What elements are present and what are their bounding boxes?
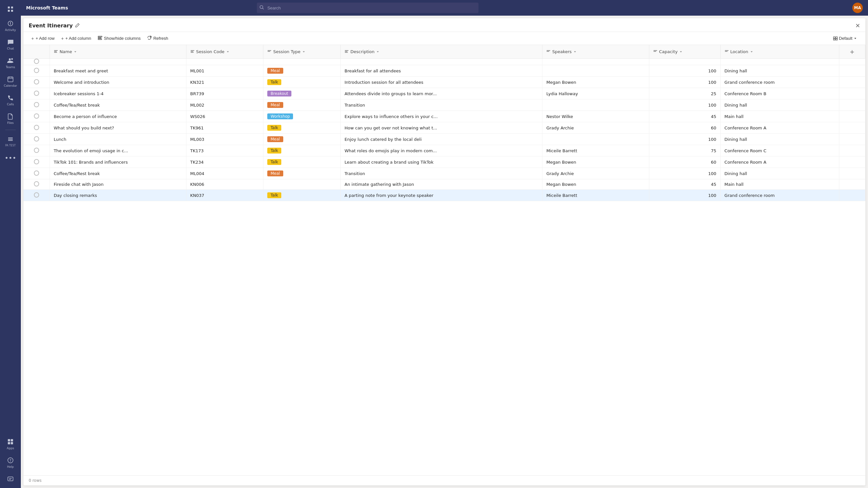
table-row[interactable]: Icebreaker sessions 1-4 BR739 Breakout A… [24,88,865,99]
col-header-session-type[interactable]: Session Type [264,45,341,59]
row-checkbox[interactable] [34,136,39,142]
row-location: Grand conference room [720,190,839,201]
sidebar-item-activity[interactable]: Activity [0,17,21,34]
row-check-empty[interactable] [24,59,50,65]
row-capacity: 75 [649,145,721,156]
row-check[interactable] [24,122,50,134]
row-capacity: 25 [649,88,721,99]
row-checkbox[interactable] [34,125,39,130]
search-input[interactable] [257,3,478,13]
table-row[interactable]: Coffee/Tea/Rest break ML004 Meal Transit… [24,168,865,179]
row-checkbox-empty[interactable] [34,59,39,64]
feedback-icon [6,475,14,483]
row-desc-empty [341,59,542,65]
row-session-type [264,179,341,190]
event-itinerary-panel: Event Itinerary ✕ + + Add row + + Add co… [24,18,865,485]
row-session-type: Meal [264,65,341,77]
col-header-add[interactable]: + [839,45,865,59]
row-check[interactable] [24,156,50,168]
sidebar-item-files[interactable]: Files [0,110,21,127]
sidebar-item-more[interactable]: ••• [0,151,21,164]
row-session-type: Talk [264,122,341,134]
sidebar-item-apps-grid[interactable] [0,3,21,16]
row-check[interactable] [24,111,50,122]
row-check[interactable] [24,134,50,145]
row-checkbox[interactable] [34,114,39,119]
row-check[interactable] [24,65,50,77]
table-row[interactable]: Day closing remarks KN037 Talk A parting… [24,190,865,201]
row-capacity: 100 [649,134,721,145]
table-row[interactable]: Become a person of influence WS026 Works… [24,111,865,122]
sidebar-item-calls[interactable]: Calls [0,91,21,109]
row-check[interactable] [24,77,50,88]
sidebar-item-teams[interactable]: Teams [0,54,21,71]
svg-rect-26 [191,50,194,51]
row-checkbox[interactable] [34,159,39,164]
apps-icon [6,438,14,446]
row-session-code: ML002 [186,99,264,111]
row-check[interactable] [24,179,50,190]
row-check[interactable] [24,168,50,179]
sidebar-item-help[interactable]: ? Help [0,454,21,471]
row-checkbox[interactable] [34,192,39,197]
table-row[interactable]: What should you build next? TK961 Talk H… [24,122,865,134]
svg-rect-3 [11,10,13,12]
row-location: Dining hall [720,65,839,77]
row-count: 0 rows [29,478,42,483]
col-header-speakers[interactable]: Speakers [542,45,649,59]
col-header-name[interactable]: Name [50,45,186,59]
row-location: Grand conference room [720,77,839,88]
row-check[interactable] [24,145,50,156]
table-row[interactable]: Lunch ML003 Meal Enjoy lunch catered by … [24,134,865,145]
table-row[interactable]: Fireside chat with Jason KN006 An intima… [24,179,865,190]
default-label: Default [839,36,852,41]
row-checkbox[interactable] [34,91,39,96]
row-description: An intimate gathering with Jason [341,179,542,190]
sidebar-item-chat[interactable]: Chat [0,35,21,53]
table-row[interactable]: Coffee/Tea/Rest break ML002 Meal Transit… [24,99,865,111]
row-check[interactable] [24,99,50,111]
svg-point-14 [260,5,263,8]
table-row[interactable]: Welcome and introduction KN321 Talk Intr… [24,77,865,88]
row-check[interactable] [24,190,50,201]
table-row[interactable]: TikTok 101: Brands and influencers TK234… [24,156,865,168]
row-checkbox[interactable] [34,68,39,73]
svg-rect-17 [98,37,101,38]
table-row[interactable]: The evolution of emoji usage in c... TK1… [24,145,865,156]
row-session-code: ML004 [186,168,264,179]
table-container[interactable]: Name Session Code [24,45,865,475]
sidebar-item-calendar[interactable]: Calendar [0,73,21,90]
table-row[interactable]: Breakfast meet and greet ML001 Meal Brea… [24,65,865,77]
edit-icon[interactable] [75,23,80,28]
col-header-session-code[interactable]: Session Code [186,45,264,59]
row-checkbox[interactable] [34,181,39,186]
sidebar-item-pa-test[interactable]: PA TEST [0,133,21,150]
sidebar-item-feedback[interactable] [0,472,21,485]
sidebar-item-apps[interactable]: Apps [0,435,21,453]
row-checkbox[interactable] [34,79,39,85]
table-body: Breakfast meet and greet ML001 Meal Brea… [24,59,865,201]
row-checkbox[interactable] [34,171,39,176]
row-session-code: TK961 [186,122,264,134]
session-type-badge: Meal [267,136,283,142]
add-col-icon: + [61,36,64,41]
dropdown-icon [854,37,857,40]
row-checkbox[interactable] [34,148,39,153]
avatar[interactable]: MA [852,3,863,13]
close-icon[interactable]: ✕ [855,22,860,29]
svg-rect-35 [547,51,549,52]
col-header-capacity[interactable]: Capacity [649,45,721,59]
row-speakers: Megan Bowen [542,179,649,190]
row-check[interactable] [24,88,50,99]
table-row-empty[interactable] [24,59,865,65]
svg-rect-25 [54,52,57,53]
row-checkbox[interactable] [34,102,39,107]
row-extra [839,156,865,168]
default-view-button[interactable]: Default [830,34,860,42]
col-header-description[interactable]: Description [341,45,542,59]
col-header-location[interactable]: Location [720,45,839,59]
add-column-button[interactable]: + + Add column [58,34,94,43]
add-row-button[interactable]: + + Add row [29,34,57,43]
refresh-button[interactable]: Refresh [145,34,171,43]
show-hide-button[interactable]: Show/hide columns [95,34,144,43]
